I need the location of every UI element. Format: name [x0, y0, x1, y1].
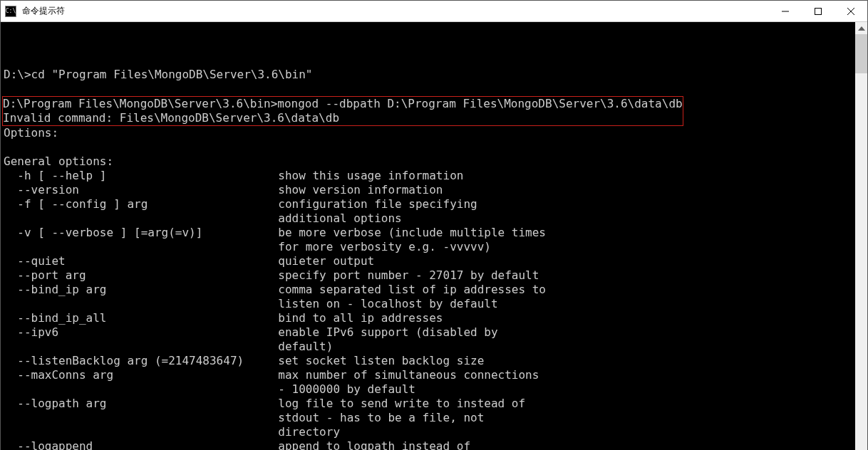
terminal-line: --bind_ip_all bind to all ip addresses — [4, 311, 852, 325]
terminal-line: --maxConns arg max number of simultaneou… — [4, 368, 852, 382]
terminal-line — [4, 82, 852, 96]
app-icon: C:\ — [5, 6, 16, 17]
close-icon — [847, 8, 854, 15]
terminal-line: D:\>cd "Program Files\MongoDB\Server\3.6… — [4, 68, 852, 82]
command-prompt-window: C:\ 命令提示符 D:\>cd "Program Files\MongoDB\… — [0, 0, 868, 450]
terminal-line: directory — [4, 425, 852, 439]
terminal-line: --ipv6 enable IPv6 support (disabled by — [4, 325, 852, 340]
terminal-line: - 1000000 by default — [4, 382, 852, 397]
terminal-line: stdout - has to be a file, not — [4, 411, 852, 425]
terminal-line: --listenBacklog arg (=2147483647) set so… — [4, 354, 852, 368]
terminal-line: Options: — [4, 126, 852, 140]
scrollbar-track[interactable] — [855, 34, 867, 450]
chevron-up-icon — [858, 26, 865, 31]
maximize-button[interactable] — [802, 1, 835, 22]
terminal-output[interactable]: D:\>cd "Program Files\MongoDB\Server\3.6… — [1, 22, 855, 450]
terminal-line: --port arg specify port number - 27017 b… — [4, 268, 852, 283]
titlebar[interactable]: C:\ 命令提示符 — [1, 1, 867, 22]
scrollbar-thumb[interactable] — [855, 34, 867, 73]
terminal-line: listen on - localhost by default — [4, 297, 852, 311]
terminal-line: -h [ --help ] show this usage informatio… — [4, 169, 852, 183]
terminal-line: --version show version information — [4, 183, 852, 197]
terminal-line: additional options — [4, 211, 852, 226]
terminal-line: --logpath arg log file to send write to … — [4, 397, 852, 411]
terminal-line: -f [ --config ] arg configuration file s… — [4, 197, 852, 211]
terminal-line: default) — [4, 340, 852, 354]
terminal-line: -v [ --verbose ] [=arg(=v)] be more verb… — [4, 226, 852, 240]
terminal-line: Invalid command: Files\MongoDB\Server\3.… — [3, 111, 683, 125]
minimize-button[interactable] — [769, 1, 802, 22]
terminal-area: D:\>cd "Program Files\MongoDB\Server\3.6… — [1, 22, 867, 450]
error-highlight-box: D:\Program Files\MongoDB\Server\3.6\bin>… — [2, 96, 683, 126]
scroll-up-button[interactable] — [855, 22, 867, 34]
terminal-line: General options: — [4, 155, 852, 169]
svg-rect-1 — [815, 8, 822, 14]
terminal-line — [4, 140, 852, 155]
terminal-line: --bind_ip arg comma separated list of ip… — [4, 283, 852, 297]
svg-marker-4 — [858, 26, 865, 31]
terminal-line: --logappend append to logpath instead of — [4, 439, 852, 450]
vertical-scrollbar[interactable] — [855, 22, 867, 450]
window-title: 命令提示符 — [22, 5, 65, 17]
minimize-icon — [782, 8, 789, 15]
maximize-icon — [815, 8, 822, 15]
terminal-line: --quiet quieter output — [4, 254, 852, 268]
terminal-line: D:\Program Files\MongoDB\Server\3.6\bin>… — [3, 97, 683, 111]
close-button[interactable] — [835, 1, 867, 22]
terminal-line: for more verbosity e.g. -vvvvv) — [4, 240, 852, 254]
